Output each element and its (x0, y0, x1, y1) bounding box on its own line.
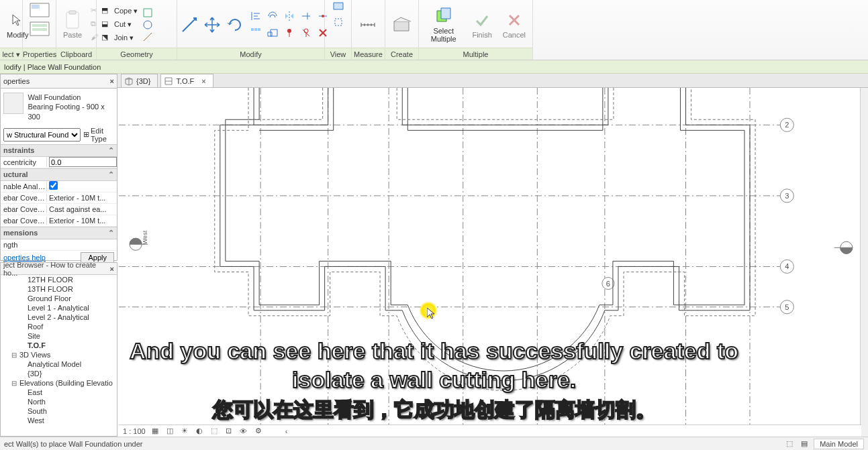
measure-button[interactable] (354, 14, 381, 36)
floor-plan-canvas[interactable]: 2 3 4 5 6 West (119, 88, 868, 437)
properties-large-icon[interactable] (26, 1, 54, 19)
match-small-button: 🖌 (89, 32, 103, 44)
foundation-type-icon (3, 93, 23, 114)
select-group-label: lect ▾ (0, 48, 22, 60)
context-text: lodify | Place Wall Foundation (4, 63, 101, 71)
svg-rect-11 (254, 28, 257, 31)
create-button[interactable] (388, 14, 415, 36)
properties-panel-header: operties × (0, 74, 117, 88)
tree-group[interactable]: Elevations (Building Elevatio (1, 378, 117, 388)
mirror-axis-icon[interactable] (282, 9, 297, 23)
design-options-icon[interactable]: ▤ (799, 439, 810, 449)
offset-icon[interactable] (265, 9, 280, 23)
main-model-label[interactable]: Main Model (814, 439, 864, 449)
move-icon[interactable] (203, 15, 222, 34)
geom-extra-3[interactable] (142, 32, 153, 42)
tab-tof-label: T.O.F (176, 77, 194, 85)
close-properties-icon[interactable]: × (110, 77, 114, 85)
type-sub: Bearing Footing - 900 x 300 (28, 102, 114, 121)
row-eccentricity[interactable]: ccentricity (1, 157, 117, 168)
trim-icon[interactable] (299, 9, 314, 23)
cut-geom-button[interactable]: ⬓Cut ▾ (99, 19, 140, 31)
cope-button[interactable]: ⬒Cope ▾ (99, 5, 140, 17)
cancel-icon (505, 11, 524, 30)
eccentricity-input[interactable] (49, 157, 117, 167)
align-icon[interactable] (248, 9, 263, 23)
check-icon (473, 11, 491, 30)
row-enable-analytical[interactable]: nable Analyti... (1, 181, 117, 192)
crop-visible-icon[interactable]: ⊡ (224, 426, 234, 437)
tree-item[interactable]: Ground Floor (1, 294, 117, 303)
visual-style-icon[interactable]: ◫ (164, 426, 175, 437)
view-left-icon[interactable]: ‹ (281, 426, 292, 437)
pin-icon[interactable] (282, 25, 297, 40)
project-browser-tree[interactable]: 12TH FLOOR13TH FLOORGround FloorLevel 1 … (1, 275, 117, 425)
svg-rect-19 (394, 21, 409, 31)
activate-icon[interactable] (180, 15, 199, 34)
measure-icon (358, 15, 377, 34)
type-selector[interactable]: Wall Foundation Bearing Footing - 900 x … (1, 89, 117, 125)
scale-display[interactable]: 1 : 100 (123, 427, 146, 435)
svg-rect-21 (441, 8, 450, 19)
tab-3d[interactable]: {3D} (121, 74, 158, 87)
tree-item[interactable]: Level 2 - Analytical (1, 313, 117, 322)
family-selector[interactable]: w Structural Found (3, 128, 81, 142)
reveal-icon[interactable]: ⚙ (253, 426, 264, 437)
paste-label: Paste (63, 31, 82, 39)
row-rebar-1[interactable]: ebar Cover - ... Exterior - 10M t... (1, 192, 117, 204)
geom-extra-2[interactable] (142, 19, 153, 30)
array-icon[interactable] (248, 25, 263, 40)
tree-item[interactable]: {3D} (1, 369, 117, 378)
geom-extra-1[interactable] (142, 7, 153, 18)
worksets-icon[interactable]: ⬚ (784, 439, 795, 449)
tree-item[interactable]: North (1, 397, 117, 406)
tree-item[interactable]: Level 1 - Analytical (1, 303, 117, 313)
enable-analytical-checkbox[interactable] (49, 181, 58, 190)
cat-structural[interactable]: uctural⌃ (1, 168, 117, 181)
status-bar: ect Wall(s) to place Wall Foundation und… (0, 437, 868, 450)
tree-group[interactable]: 3D Views (1, 350, 117, 359)
tab-close-icon[interactable]: × (201, 77, 205, 85)
unpin-icon[interactable] (299, 25, 314, 40)
type-properties-icon[interactable] (26, 20, 54, 38)
tree-item[interactable]: 13TH FLOOR (1, 284, 117, 294)
tree-item[interactable]: South (1, 406, 117, 416)
row-rebar-2[interactable]: ebar Cover - ... Cast against ea... (1, 204, 117, 215)
scissors-icon: ✂ (91, 6, 101, 17)
shadows-icon[interactable]: ◐ (194, 426, 205, 437)
hide-isolate-icon[interactable]: 👁 (238, 426, 249, 437)
svg-rect-13 (268, 32, 272, 36)
cat-constraints[interactable]: nstraints⌃ (1, 144, 117, 157)
rotate-icon[interactable] (226, 15, 244, 34)
modify-context-bar: lodify | Place Wall Foundation (0, 60, 868, 74)
svg-point-16 (304, 29, 308, 33)
vertical-scrollbar[interactable] (860, 88, 868, 437)
tree-item[interactable]: East (1, 388, 117, 397)
row-rebar-3[interactable]: ebar Cover - ... Exterior - 10M t... (1, 215, 117, 227)
view-icon-1[interactable] (332, 1, 344, 13)
sun-path-icon[interactable]: ☀ (179, 426, 190, 437)
edit-type-label: Edit Type (91, 127, 114, 143)
crop-icon[interactable]: ⬚ (209, 426, 220, 437)
detail-level-icon[interactable]: ▦ (150, 426, 160, 437)
tree-item[interactable]: Site (1, 331, 117, 341)
select-multiple-button[interactable]: Select Multiple (422, 5, 465, 44)
tree-item[interactable]: Analytical Model (1, 359, 117, 369)
scale-icon[interactable] (265, 25, 280, 40)
svg-point-15 (287, 29, 291, 33)
cat-dimensions[interactable]: mensions⌃ (1, 227, 117, 239)
tree-item[interactable]: 12TH FLOOR (1, 275, 117, 284)
properties-grid: nstraints⌃ ccentricity uctural⌃ nable An… (1, 144, 117, 251)
close-browser-icon[interactable]: × (110, 265, 114, 273)
canvas-viewport[interactable]: 2 3 4 5 6 West (119, 88, 868, 437)
edit-type-button[interactable]: ⊞ Edit Type (83, 127, 114, 143)
tree-item[interactable]: T.O.F (1, 341, 117, 350)
view-icon-2[interactable] (332, 16, 344, 28)
row-length[interactable]: ngth (1, 239, 117, 251)
tree-item[interactable]: Roof (1, 322, 117, 331)
svg-point-8 (144, 21, 152, 29)
cancel-label: Cancel (503, 31, 526, 39)
tab-tof[interactable]: T.O.F × (160, 74, 213, 87)
join-button[interactable]: ⬔Join ▾ (99, 32, 140, 44)
tree-item[interactable]: West (1, 416, 117, 425)
